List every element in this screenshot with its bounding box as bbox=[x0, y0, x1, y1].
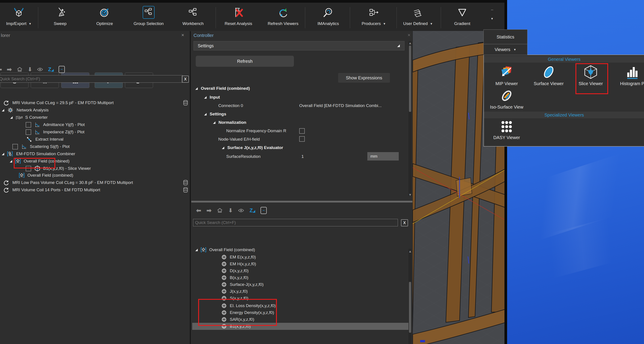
forward-icon[interactable]: ➡ bbox=[206, 207, 212, 214]
back-icon[interactable]: ⬅ bbox=[0, 66, 2, 73]
field-row[interactable]: D(x,y,z,f0) bbox=[222, 268, 248, 274]
field-row[interactable]: EM E(x,y,z,f0) bbox=[222, 254, 256, 260]
property-row[interactable]: Surface J(x,y,z,f0) Evaluator bbox=[222, 144, 283, 151]
clear-search-icon[interactable]: X bbox=[401, 219, 408, 226]
toolbar-imp-export[interactable]: Imp/Export▼ bbox=[0, 4, 39, 30]
toolbar-gradient[interactable]: Gradient bbox=[442, 4, 482, 30]
tree-row[interactable]: Extract Interval bbox=[26, 136, 64, 142]
expander-icon[interactable] bbox=[10, 116, 13, 119]
show-expressions-button[interactable]: Show Expressions bbox=[338, 73, 390, 83]
toolbar-user-defined[interactable]: User Defined▼ bbox=[398, 4, 438, 30]
scrollbar-thumb[interactable] bbox=[409, 46, 411, 112]
visibility-checkbox[interactable] bbox=[26, 129, 31, 135]
controller-scrollbar[interactable] bbox=[408, 41, 412, 196]
expander-icon[interactable] bbox=[195, 248, 198, 252]
window-top-strip bbox=[0, 0, 505, 3]
collapse-all-icon[interactable]: − bbox=[58, 66, 65, 73]
viewer-item-mip[interactable]: MIP Viewer bbox=[488, 65, 526, 86]
normalize-checkbox[interactable] bbox=[299, 128, 305, 134]
expander-icon[interactable] bbox=[204, 112, 207, 116]
tree-row[interactable]: MRI Volume Coil CLeg = 29.5 pF - EM FDTD… bbox=[3, 100, 114, 106]
close-icon[interactable]: × bbox=[408, 32, 410, 38]
visibility-checkbox[interactable] bbox=[12, 144, 18, 150]
toolbar-optimize[interactable]: Optimize bbox=[85, 4, 124, 30]
scroll-up-icon[interactable]: ▲ bbox=[408, 250, 412, 253]
pane-splitter[interactable] bbox=[191, 201, 412, 202]
tree-row[interactable]: [S]⇄ S Converter bbox=[10, 114, 48, 121]
home-icon[interactable] bbox=[16, 66, 23, 72]
toolbar-workbench[interactable]: Workbench bbox=[173, 4, 213, 30]
statistics-button[interactable]: Statistics bbox=[484, 30, 528, 44]
tree-row[interactable]: EM-FDTD Simulation Combiner bbox=[1, 150, 75, 157]
toolbar-producers[interactable]: Producers▼ bbox=[354, 4, 394, 30]
scroll-up-icon[interactable]: ▲ bbox=[408, 41, 412, 45]
tree-row[interactable]: MRI Low Pass Volume Coil CLeg = 30.8 pF … bbox=[3, 179, 133, 186]
refresh-button[interactable]: Refresh bbox=[196, 56, 294, 67]
mip-viewer-icon bbox=[499, 65, 514, 79]
explorer-search-input[interactable] bbox=[0, 75, 183, 83]
tree-row[interactable]: MRI Volume Coil 14 Ports - EM FDTD Multi… bbox=[3, 186, 100, 193]
property-row[interactable]: Input bbox=[204, 94, 220, 100]
collapse-all-icon[interactable]: − bbox=[260, 207, 267, 214]
property-row[interactable]: SurfaceResolution bbox=[226, 153, 260, 160]
toolbar-reset-analysis[interactable]: Reset Analysis bbox=[218, 4, 258, 30]
expander-icon[interactable] bbox=[212, 121, 216, 124]
toolbar-sweep[interactable]: Sweep bbox=[40, 4, 80, 30]
expander-icon[interactable] bbox=[195, 87, 198, 90]
toolbar-refresh-viewers[interactable]: Refresh Viewers bbox=[263, 4, 303, 30]
tree-row[interactable]: Admittance Yij(f) - Plot bbox=[26, 121, 85, 128]
back-icon[interactable]: ⬅ bbox=[196, 207, 201, 214]
fields-scrollbar[interactable] bbox=[408, 249, 412, 344]
property-row[interactable]: Node-Valued E/H-field bbox=[218, 136, 260, 142]
property-row[interactable]: Settings bbox=[204, 111, 226, 118]
down-arrow-icon[interactable]: ⬇ bbox=[28, 66, 32, 72]
visibility-checkbox[interactable] bbox=[26, 122, 31, 128]
property-row[interactable]: Normalization bbox=[212, 119, 246, 126]
sleep-z-icon[interactable]: Z◢ bbox=[48, 66, 54, 72]
tree-row[interactable]: Overall Field (combined) bbox=[18, 172, 73, 179]
property-row[interactable]: Normalize Frequency-Domain R bbox=[226, 128, 286, 134]
expander-icon[interactable] bbox=[1, 108, 5, 112]
field-row[interactable]: EM H(x,y,z,f0) bbox=[222, 261, 256, 267]
field-row[interactable]: B(x,y,z,f0) bbox=[222, 274, 248, 281]
property-row[interactable]: Connection 0 bbox=[218, 102, 243, 109]
viewer-item-histogram[interactable]: Histogram Pl bbox=[614, 65, 644, 86]
tree-row[interactable]: Scattering Sij(f) - Plot bbox=[12, 143, 70, 150]
viewer-item-label: MIP Viewer bbox=[496, 81, 518, 86]
field-row[interactable]: J(x,y,z,f0) bbox=[222, 288, 248, 295]
scroll-down-icon[interactable]: ▼ bbox=[408, 193, 412, 196]
scrollbar-thumb[interactable] bbox=[409, 282, 411, 333]
forward-icon[interactable]: ➡ bbox=[7, 66, 12, 73]
down-arrow-icon[interactable]: ⬇ bbox=[228, 207, 233, 214]
property-value[interactable]: 1 bbox=[302, 153, 304, 160]
nabla-icon bbox=[457, 5, 468, 20]
property-root-row[interactable]: Overall Field (combined) bbox=[195, 85, 250, 92]
eye-icon[interactable] bbox=[37, 66, 43, 72]
expander-icon[interactable] bbox=[9, 160, 12, 163]
viewer-item-surface[interactable]: Surface Viewer bbox=[530, 65, 568, 86]
simulation-refresh-icon bbox=[3, 100, 9, 106]
fields-root-row[interactable]: Overall Field (combined) bbox=[195, 246, 255, 253]
toolbar-imanalytics[interactable]: IMAnalytics bbox=[308, 4, 348, 30]
expander-icon[interactable] bbox=[204, 96, 207, 99]
viewers-dropdown-button[interactable]: Viewers ▼ bbox=[484, 44, 528, 55]
property-label: Normalize Frequency-Domain R bbox=[226, 128, 286, 133]
toolbar-group-selection[interactable]: Group Selection bbox=[129, 4, 168, 30]
unit-dropdown[interactable]: mm bbox=[367, 152, 399, 160]
eye-icon[interactable] bbox=[238, 207, 244, 214]
sleep-z-icon[interactable]: Z◢ bbox=[250, 207, 255, 214]
close-icon[interactable]: × bbox=[181, 32, 184, 38]
viewer-item-dasy[interactable]: DASY Viewer bbox=[488, 120, 526, 140]
clear-search-icon[interactable]: X bbox=[182, 76, 189, 83]
expander-icon[interactable] bbox=[1, 152, 5, 156]
node-valued-checkbox[interactable] bbox=[299, 136, 305, 142]
tree-row[interactable]: Network Analysis bbox=[1, 107, 49, 114]
viewer-item-iso-surface[interactable]: Iso-Surface View bbox=[488, 89, 526, 110]
settings-collapsible-header[interactable]: Settings bbox=[194, 41, 404, 50]
fields-search-input[interactable] bbox=[193, 219, 398, 226]
field-row[interactable]: Surface-J(x,y,z,f0) bbox=[222, 281, 264, 288]
toolbar-overflow[interactable]: .. ▼ bbox=[479, 4, 505, 30]
tree-row[interactable]: Impedance Zij(f) - Plot bbox=[26, 129, 84, 135]
home-icon[interactable] bbox=[217, 207, 223, 214]
expander-icon[interactable] bbox=[222, 146, 225, 150]
